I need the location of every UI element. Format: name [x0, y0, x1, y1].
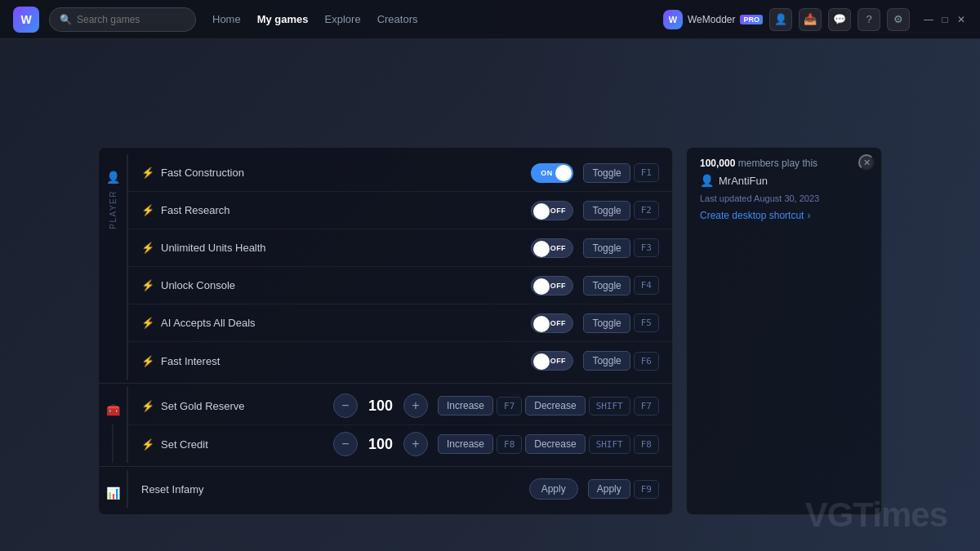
lightning-icon-3: ⚡	[141, 279, 154, 291]
search-input[interactable]	[77, 14, 191, 25]
decrease-gold-btn[interactable]: −	[333, 393, 358, 418]
help-icon-btn[interactable]: ?	[858, 8, 880, 31]
toggle-knob-0	[555, 165, 572, 181]
mod-row-fast-research: ⚡ Fast Research OFF Toggle F2	[128, 192, 672, 229]
mod-row-unlock-console: ⚡ Unlock Console OFF Toggle F4	[128, 267, 672, 304]
mod-name-reset-infamy: Reset Infamy	[141, 483, 335, 495]
toggle-fast-interest[interactable]: OFF	[531, 351, 573, 371]
toggle-knob-3	[533, 278, 550, 295]
toggle-btn-0[interactable]: Toggle	[583, 163, 630, 183]
maximize-btn[interactable]: □	[939, 14, 951, 25]
stepper-section: 🧰 ⚡ Set Gold Reserve − 100 + Increase	[99, 387, 672, 463]
key-group-gold: Increase F7 Decrease SHIFT F7	[438, 396, 659, 415]
stepper-credit: − 100 +	[333, 432, 428, 456]
mod-name-credit: Set Credit	[161, 438, 292, 451]
key-group-5: Toggle F6	[583, 351, 659, 371]
apply-reset-infamy-btn[interactable]: Apply	[529, 478, 578, 500]
user-logo-icon: W	[663, 10, 683, 29]
nav-my-games[interactable]: My games	[257, 10, 309, 29]
close-panel-button[interactable]: ✕	[858, 154, 875, 171]
decrease-credit-label[interactable]: Decrease	[525, 434, 585, 454]
increase-credit-label[interactable]: Increase	[438, 434, 493, 454]
decrease-credit-btn[interactable]: −	[333, 432, 358, 456]
apply-mods-list: Reset Infamy Apply Apply F9	[128, 470, 672, 508]
stepper-gold-value: 100	[364, 398, 397, 415]
key-group-credit: Increase F8 Decrease SHIFT F8	[438, 434, 659, 454]
decrease-credit-shift: SHIFT	[589, 435, 630, 454]
increase-credit-btn[interactable]: +	[403, 432, 428, 456]
player-sidebar: 👤 Player	[99, 154, 128, 380]
apply-infamy-label[interactable]: Apply	[588, 479, 630, 499]
user-avatar-icon: 👤	[700, 174, 714, 187]
lightning-icon-5: ⚡	[141, 355, 154, 367]
mod-row-fast-construction: ⚡ Fast Construction ON Toggle F1	[128, 154, 672, 192]
lightning-icon-gold: ⚡	[141, 400, 154, 412]
decrease-gold-shift: SHIFT	[589, 397, 630, 415]
lightning-icon-2: ⚡	[141, 242, 154, 254]
minimize-btn[interactable]: —	[923, 14, 934, 25]
create-shortcut-link[interactable]: Create desktop shortcut ›	[700, 210, 868, 221]
key-code-4: F5	[634, 313, 659, 332]
key-code-3: F4	[634, 276, 659, 295]
lightning-icon-1: ⚡	[141, 204, 154, 216]
discord-icon-btn[interactable]: 💬	[828, 8, 851, 31]
nav-home[interactable]: Home	[212, 10, 241, 29]
mod-name-3: Unlock Console	[161, 279, 346, 291]
key-code-1: F2	[634, 201, 659, 220]
stats-icon: 📊	[103, 483, 122, 503]
toggle-ai-deals[interactable]: OFF	[531, 313, 573, 333]
stats-sidebar: 📊	[99, 470, 128, 508]
key-group-2: Toggle F3	[583, 238, 659, 258]
increase-credit-key: F8	[497, 435, 522, 454]
watermark: VGTimes	[805, 495, 947, 535]
key-code-2: F3	[634, 238, 659, 257]
decrease-gold-label[interactable]: Decrease	[525, 396, 585, 415]
key-group-0: Toggle F1	[583, 163, 659, 183]
key-code-0: F1	[634, 163, 659, 182]
toggle-mods-list: ⚡ Fast Construction ON Toggle F1 ⚡ Fast	[128, 154, 672, 380]
stepper-mods-list: ⚡ Set Gold Reserve − 100 + Increase F7 D…	[128, 387, 672, 463]
apply-infamy-key: F9	[634, 480, 659, 499]
close-btn[interactable]: ✕	[956, 14, 967, 25]
toggle-btn-4[interactable]: Toggle	[583, 313, 630, 333]
last-updated-label: Last updated	[700, 193, 752, 203]
profile-icon-btn[interactable]: 👤	[769, 8, 792, 31]
user-badge[interactable]: W WeModder PRO	[663, 10, 763, 29]
settings-icon-btn[interactable]: ⚙	[887, 8, 910, 31]
members-label-text: members play this	[738, 158, 817, 169]
toggle-btn-3[interactable]: Toggle	[583, 276, 630, 295]
stepper-credit-value: 100	[364, 436, 397, 453]
mod-name-2: Unlimited Units Health	[161, 242, 346, 254]
key-group-3: Toggle F4	[583, 276, 659, 295]
player-icon: 👤	[103, 167, 122, 187]
increase-gold-btn[interactable]: +	[403, 393, 428, 418]
nav-links: Home My games Explore Creators	[212, 10, 418, 29]
lightning-icon-0: ⚡	[141, 167, 154, 179]
section-divider-2	[99, 466, 672, 467]
player-section: 👤 Player ⚡ Fast Construction ON Toggle F…	[99, 154, 672, 380]
toggle-unlock-console[interactable]: OFF	[531, 276, 573, 295]
stepper-gold: − 100 +	[333, 393, 428, 418]
toggle-fast-research[interactable]: OFF	[531, 201, 573, 220]
last-updated-date-val: August 30, 2023	[754, 193, 819, 203]
toggle-fast-construction[interactable]: ON	[531, 163, 573, 183]
search-icon: 🔍	[60, 14, 72, 25]
mod-row-gold-reserve: ⚡ Set Gold Reserve − 100 + Increase F7 D…	[128, 387, 672, 425]
app-logo[interactable]: W	[13, 7, 39, 33]
mod-name-5: Fast Interest	[161, 355, 346, 367]
mod-row-ai-deals: ⚡ AI Accepts All Deals OFF Toggle F5	[128, 304, 672, 342]
decrease-gold-key: F7	[634, 397, 659, 415]
user-area: W WeModder PRO 👤 📥 💬 ? ⚙ — □ ✕	[663, 8, 967, 31]
toggle-btn-2[interactable]: Toggle	[583, 238, 630, 258]
search-bar[interactable]: 🔍	[49, 7, 196, 32]
toggle-btn-5[interactable]: Toggle	[583, 351, 630, 371]
nav-explore[interactable]: Explore	[325, 10, 361, 29]
apply-section: 📊 Reset Infamy Apply Apply F9	[99, 470, 672, 508]
toggle-unlimited-health[interactable]: OFF	[531, 238, 573, 258]
increase-gold-label[interactable]: Increase	[438, 396, 493, 415]
nav-creators[interactable]: Creators	[377, 10, 418, 29]
toggle-btn-1[interactable]: Toggle	[583, 201, 630, 220]
shortcut-label: Create desktop shortcut	[700, 210, 804, 221]
inbox-icon-btn[interactable]: 📥	[799, 8, 822, 31]
decrease-credit-key: F8	[634, 435, 659, 454]
